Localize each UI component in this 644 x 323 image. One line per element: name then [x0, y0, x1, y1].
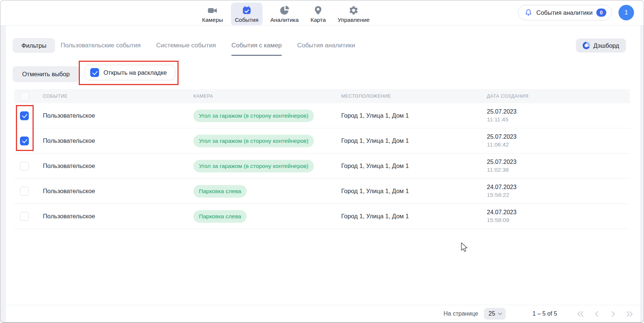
settings-icon	[348, 5, 359, 16]
location: Город 1, Улица 1, Дом 1	[341, 188, 487, 195]
nav-label: Управление	[338, 17, 369, 23]
nav-item-cameras[interactable]: Камеры	[198, 3, 227, 26]
location: Город 1, Улица 1, Дом 1	[341, 162, 487, 169]
dashboard-label: Дэшборд	[593, 42, 619, 49]
open-on-layout-button[interactable]: Открыть на раскладке	[85, 65, 175, 80]
table-row[interactable]: Пользовательское Угол за гаражом (в стор…	[14, 128, 630, 154]
row-checkbox[interactable]	[20, 212, 29, 221]
top-bar: Камеры События Аналитика Карта	[0, 0, 644, 26]
nav-item-management[interactable]: Управление	[333, 3, 373, 26]
nav-item-analytics[interactable]: Аналитика	[266, 3, 303, 26]
analytics-events-label: События аналитики	[536, 9, 593, 16]
location: Город 1, Улица 1, Дом 1	[341, 112, 487, 119]
dashboard-icon	[583, 42, 590, 49]
dashboard-button[interactable]: Дэшборд	[576, 38, 626, 53]
filters-button[interactable]: Фильтры	[13, 38, 55, 53]
row-checkbox[interactable]	[20, 187, 29, 196]
location: Город 1, Улица 1, Дом 1	[341, 137, 487, 144]
pager-controls	[576, 310, 633, 318]
prev-page-button[interactable]	[593, 310, 601, 318]
column-header-location: МЕСТОПОЛОЖЕНИЕ	[341, 94, 487, 99]
created-date: 24.07.2023	[487, 209, 630, 216]
nav-label: События	[235, 17, 258, 23]
select-all-checkbox[interactable]	[20, 92, 29, 101]
row-checkbox[interactable]	[20, 137, 29, 145]
tab-camera-events[interactable]: События с камер	[231, 42, 282, 56]
created-time: 15:58:09	[487, 217, 630, 223]
created-time: 11:02:38	[487, 166, 630, 173]
events-icon	[241, 5, 252, 16]
row-checkbox[interactable]	[20, 111, 29, 120]
column-header-event: СОБЫТИЕ	[43, 94, 193, 99]
per-page-value: 25	[488, 310, 495, 317]
app-window: Камеры События Аналитика Карта	[0, 0, 644, 323]
nav-label: Карта	[311, 17, 326, 23]
pagination-bar: На странице 25 1 – 5 of 5	[6, 305, 640, 322]
column-header-date: ДАТА СОЗДАНИЯ	[487, 94, 630, 99]
analytics-icon	[279, 5, 290, 16]
created-time: 11:06:42	[487, 141, 630, 148]
top-right-area: События аналитики 0 1	[518, 5, 634, 20]
notification-count-badge: 0	[596, 9, 606, 17]
location: Город 1, Улица 1, Дом 1	[341, 213, 487, 220]
table-row[interactable]: Пользовательское Угол за гаражом (в стор…	[14, 154, 630, 179]
open-on-layout-checkbox[interactable]	[90, 68, 99, 77]
content-panel: Фильтры Пользовательские события Системн…	[6, 26, 640, 322]
created-date: 25.07.2023	[487, 108, 630, 115]
column-header-camera: КАМЕРА	[193, 94, 341, 99]
camera-badge: Угол за гаражом (в сторону контейнеров)	[193, 110, 314, 122]
tab-user-events[interactable]: Пользовательские события	[61, 42, 141, 56]
created-date: 24.07.2023	[487, 184, 630, 191]
event-type: Пользовательское	[43, 137, 193, 144]
tab-system-events[interactable]: Системные события	[156, 42, 216, 56]
map-icon	[313, 5, 323, 16]
camera-badge: Парковка слева	[193, 185, 247, 198]
table-row[interactable]: Пользовательское Парковка слева Город 1,…	[14, 179, 630, 204]
bell-icon	[524, 9, 533, 17]
chevron-down-icon	[498, 313, 502, 315]
cancel-selection-button[interactable]: Отменить выбор	[13, 66, 79, 82]
camera-badge: Парковка слева	[193, 210, 247, 223]
open-on-layout-label: Открыть на раскладке	[104, 69, 167, 76]
nav-label: Аналитика	[270, 17, 299, 23]
event-type: Пользовательское	[43, 162, 193, 169]
camera-icon	[207, 5, 218, 16]
camera-badge: Угол за гаражом (в сторону контейнеров)	[193, 135, 314, 147]
row-checkbox[interactable]	[20, 162, 29, 171]
event-type: Пользовательское	[43, 213, 193, 220]
nav-item-map[interactable]: Карта	[306, 3, 330, 26]
events-table: СОБЫТИЕ КАМЕРА МЕСТОПОЛОЖЕНИЕ ДАТА СОЗДА…	[14, 89, 630, 229]
nav-label: Камеры	[202, 17, 223, 23]
per-page-select[interactable]: 25	[484, 308, 506, 320]
camera-badge: Угол за гаражом (в сторону контейнеров)	[193, 160, 314, 172]
tab-analytics-events[interactable]: События аналитики	[297, 42, 355, 56]
analytics-events-button[interactable]: События аналитики 0	[518, 5, 612, 20]
last-page-button[interactable]	[625, 310, 633, 318]
next-page-button[interactable]	[609, 310, 617, 318]
table-row[interactable]: Пользовательское Угол за гаражом (в стор…	[14, 103, 630, 128]
tab-bar: Пользовательские события Системные событ…	[61, 42, 355, 56]
created-date: 25.07.2023	[487, 134, 630, 140]
nav-item-events[interactable]: События	[231, 3, 262, 26]
page-range-label: 1 – 5 of 5	[532, 310, 557, 317]
avatar[interactable]: 1	[618, 5, 634, 20]
main-nav: Камеры События Аналитика Карта	[198, 3, 373, 26]
event-type: Пользовательское	[43, 112, 193, 119]
first-page-button[interactable]	[576, 310, 584, 318]
per-page-label: На странице	[444, 310, 478, 317]
table-row[interactable]: Пользовательское Парковка слева Город 1,…	[14, 204, 630, 229]
event-type: Пользовательское	[43, 188, 193, 195]
created-date: 25.07.2023	[487, 159, 630, 165]
created-time: 15:58:22	[487, 192, 630, 198]
table-header-row: СОБЫТИЕ КАМЕРА МЕСТОПОЛОЖЕНИЕ ДАТА СОЗДА…	[14, 89, 630, 103]
created-time: 11:11:45	[487, 116, 630, 123]
